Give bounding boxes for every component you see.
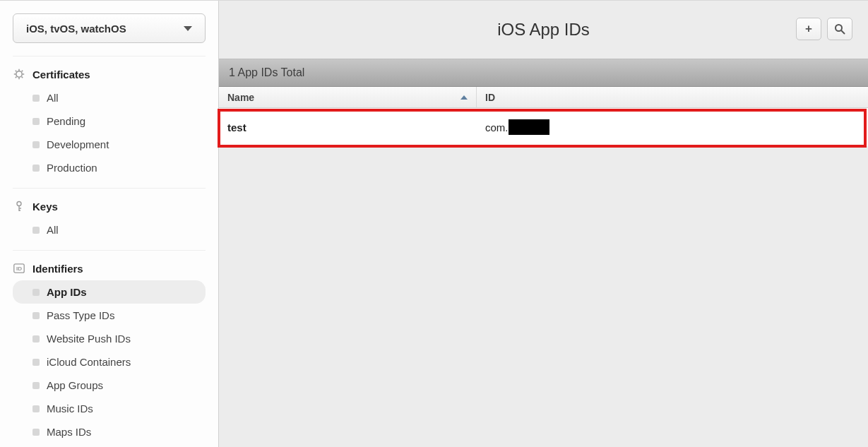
count-label: 1 App IDs Total — [229, 66, 304, 79]
cell-id-prefix: com. — [485, 121, 509, 133]
svg-point-9 — [17, 202, 21, 206]
sidebar-item-label: App Groups — [47, 379, 103, 391]
sidebar-item-cert-all[interactable]: All — [13, 86, 206, 109]
bullet-icon — [32, 118, 40, 125]
svg-line-8 — [16, 77, 17, 78]
sidebar-item-label: Production — [47, 162, 97, 174]
bullet-icon — [32, 165, 40, 172]
sidebar-item-app-ids[interactable]: App IDs — [13, 280, 206, 304]
sidebar-item-cert-pending[interactable]: Pending — [13, 109, 206, 133]
section-title: Identifiers — [32, 263, 83, 275]
svg-point-0 — [16, 71, 22, 77]
section-header-keys[interactable]: Keys — [13, 196, 206, 217]
sidebar-item-keys-all[interactable]: All — [13, 218, 206, 242]
section-identifiers: ID Identifiers App IDs Pass Type IDs Web… — [13, 250, 206, 447]
sort-asc-icon — [460, 95, 468, 100]
svg-line-7 — [22, 71, 23, 72]
sidebar-item-label: iCloud Containers — [47, 356, 131, 368]
column-label: Name — [227, 92, 254, 103]
sidebar-item-website-push-ids[interactable]: Website Push IDs — [13, 327, 206, 350]
sidebar-item-label: App IDs — [47, 286, 87, 298]
cell-id: com. — [477, 119, 868, 135]
sidebar-item-label: Website Push IDs — [47, 333, 131, 345]
bullet-icon — [32, 95, 40, 102]
svg-line-5 — [16, 71, 17, 72]
column-header-id[interactable]: ID — [477, 87, 868, 107]
platform-dropdown-label: iOS, tvOS, watchOS — [26, 23, 126, 35]
bullet-icon — [32, 289, 40, 296]
table-header: Name ID — [219, 87, 868, 108]
section-title: Keys — [32, 201, 58, 213]
bullet-icon — [32, 405, 40, 412]
sidebar-item-label: Music IDs — [47, 403, 93, 415]
sidebar-item-label: Pass Type IDs — [47, 309, 114, 321]
id-icon: ID — [13, 262, 25, 275]
titlebar: iOS App IDs + — [219, 1, 868, 59]
sidebar: iOS, tvOS, watchOS Certificates All Pend… — [0, 1, 219, 447]
bullet-icon — [32, 141, 40, 148]
page-title: iOS App IDs — [497, 20, 590, 40]
sidebar-item-label: All — [47, 224, 59, 236]
search-icon — [834, 23, 845, 35]
sidebar-item-label: Development — [47, 138, 109, 150]
redacted-block — [509, 119, 549, 135]
sidebar-item-music-ids[interactable]: Music IDs — [13, 397, 206, 420]
bullet-icon — [32, 227, 40, 234]
cell-name: test — [219, 121, 477, 133]
sidebar-item-app-groups[interactable]: App Groups — [13, 374, 206, 397]
main-content: iOS App IDs + 1 App IDs Total Name — [219, 1, 868, 447]
add-button[interactable]: + — [796, 18, 821, 40]
sidebar-item-label: Maps IDs — [47, 426, 91, 438]
count-bar: 1 App IDs Total — [219, 59, 868, 87]
svg-text:ID: ID — [16, 266, 22, 272]
sidebar-item-cert-development[interactable]: Development — [13, 133, 206, 156]
sidebar-item-pass-type-ids[interactable]: Pass Type IDs — [13, 304, 206, 327]
plus-icon: + — [805, 22, 812, 36]
section-header-identifiers[interactable]: ID Identifiers — [13, 258, 206, 279]
bullet-icon — [32, 429, 40, 436]
bullet-icon — [32, 382, 40, 389]
sidebar-item-label: All — [47, 92, 59, 104]
section-certificates: Certificates All Pending Development Pro… — [13, 56, 206, 188]
bullet-icon — [32, 335, 40, 342]
section-keys: Keys All — [13, 188, 206, 250]
section-header-certificates[interactable]: Certificates — [13, 64, 206, 85]
bullet-icon — [32, 312, 40, 319]
chevron-down-icon — [184, 26, 192, 31]
platform-dropdown[interactable]: iOS, tvOS, watchOS — [13, 13, 206, 43]
sidebar-item-cert-production[interactable]: Production — [13, 156, 206, 179]
bullet-icon — [32, 359, 40, 366]
sidebar-item-icloud-containers[interactable]: iCloud Containers — [13, 350, 206, 374]
column-header-name[interactable]: Name — [219, 87, 477, 107]
sidebar-item-label: Pending — [47, 115, 85, 127]
table-row[interactable]: test com. — [219, 108, 868, 146]
search-button[interactable] — [827, 18, 852, 40]
key-icon — [13, 200, 25, 213]
column-label: ID — [485, 92, 495, 103]
svg-line-16 — [841, 30, 845, 34]
section-title: Certificates — [32, 68, 90, 81]
svg-line-6 — [22, 77, 23, 78]
gear-icon — [13, 68, 25, 81]
sidebar-item-maps-ids[interactable]: Maps IDs — [13, 420, 206, 443]
